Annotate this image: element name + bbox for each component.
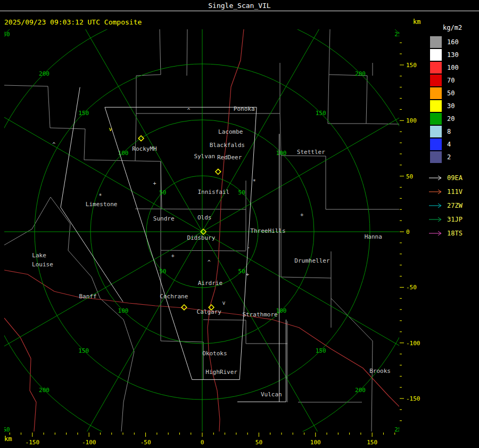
range-ring-label: 50: [159, 189, 166, 196]
colorbar-swatch: [430, 87, 442, 99]
radar-arrow-icon: [428, 230, 444, 237]
map-layers: 5050505010010010010015015015015020020020…: [0, 29, 479, 448]
title-separator: [0, 11, 479, 11]
map-marker: v: [109, 126, 112, 132]
range-radial: [53, 29, 202, 232]
bottom-axis-label: 50: [255, 439, 262, 446]
city-label: HighRiver: [205, 369, 237, 376]
colorbar-unit-label: kg/m2: [443, 24, 479, 31]
colorbar-swatch: [430, 36, 442, 48]
range-ring-label: 50: [159, 268, 166, 275]
colorbar-value: 4: [447, 141, 451, 148]
colorbar-value: 160: [447, 38, 459, 46]
city-label: Brooks: [369, 368, 391, 374]
radar-id-label: 111V: [447, 188, 463, 196]
colorbar-value: 2: [447, 153, 451, 161]
colorbar-value: 8: [447, 128, 451, 135]
range-ring-label: 50: [238, 268, 245, 275]
map-marker: ^: [208, 259, 211, 265]
city-label: Sundre: [153, 215, 175, 222]
radar-legend-item: 18TS: [428, 226, 479, 240]
colorbar-swatch: [430, 139, 442, 150]
bottom-axis-label: -100: [82, 439, 96, 446]
city-label: Vulcan: [261, 391, 282, 398]
radar-id-label: 09EA: [447, 174, 463, 182]
city-label: Limestone: [86, 201, 118, 208]
right-axis-label: 100: [406, 117, 417, 124]
range-ring-label: 200: [39, 387, 49, 394]
city-label: RockyMH: [132, 145, 156, 152]
range-ring-label: 250: [394, 426, 405, 433]
city-label: Okotoks: [202, 350, 227, 357]
map-marker: +: [171, 253, 175, 259]
range-ring-label: 200: [39, 70, 49, 77]
radar-site-marker: [181, 305, 187, 310]
range-ring-label: 100: [118, 307, 129, 314]
county-boundary: [329, 29, 367, 76]
right-axis-label: -150: [406, 395, 420, 402]
county-boundary: [4, 197, 51, 245]
city-label: RedDeer: [217, 154, 242, 161]
colorbar-entry: 8: [426, 125, 479, 138]
colorbar-swatch: [430, 100, 442, 112]
colorbar-entry: 4: [426, 138, 479, 151]
city-label: Lacombe: [218, 128, 243, 135]
county-boundary: [187, 29, 187, 76]
range-ring-label: 200: [355, 70, 366, 77]
colorbar-swatch: [430, 113, 442, 125]
radar-arrow-icon: [428, 202, 444, 209]
colorbar-value: 50: [447, 89, 455, 97]
range-ring-label: 150: [78, 110, 89, 117]
colorbar-entries: 16013010070503020842: [426, 36, 479, 164]
highway-line: [4, 318, 36, 431]
range-ring-label: 200: [355, 387, 366, 394]
colorbar-value: 70: [447, 77, 455, 84]
city-label: Blackfalds: [210, 142, 245, 149]
range-ring-label: 250: [394, 31, 405, 38]
city-label: Cochrane: [160, 293, 188, 300]
city-label: Lake: [32, 252, 46, 259]
bottom-axis-label: 100: [310, 439, 321, 446]
bottom-axis-label: -150: [26, 439, 40, 446]
radar-map[interactable]: 5050505010010010010015015015015020020020…: [0, 29, 479, 448]
range-ring-label: 250: [0, 426, 10, 433]
range-ring-label: 50: [238, 189, 245, 196]
colorbar-entry: 2: [426, 151, 479, 164]
colorbar-value: 20: [447, 115, 455, 123]
city-label: Sylvan: [194, 153, 215, 160]
range-ring: [0, 29, 479, 448]
axes: -150-100-50050100150150100500-50-100-150: [10, 43, 420, 446]
city-label: Drumheller: [294, 257, 330, 264]
map-marker: v: [222, 300, 225, 306]
colorbar-entry: 20: [426, 112, 479, 125]
county-boundary: [136, 29, 161, 113]
county-boundary: [328, 75, 366, 124]
vil-colorbar: kg/m2 16013010070503020842 09EA111V27ZW3…: [426, 24, 479, 240]
highway-line: [4, 270, 399, 406]
city-label: Hanna: [365, 233, 382, 240]
colorbar-swatch: [430, 49, 442, 61]
city-label: Strathmore: [242, 311, 277, 318]
radar-id-label: 31JP: [447, 216, 463, 223]
colorbar-swatch: [430, 75, 442, 86]
colorbar-swatch: [430, 126, 442, 137]
map-marker: *: [253, 178, 256, 184]
right-axis-label: 50: [406, 173, 413, 180]
radar-legend-item: 09EA: [428, 171, 479, 185]
radar-site-marker: [216, 169, 221, 174]
city-label: Olds: [197, 214, 212, 221]
timestamp-label: 2025/09/23 09:03:12 UTC Composite: [4, 18, 142, 26]
county-boundary: [161, 250, 246, 251]
city-label: Calgary: [197, 308, 222, 315]
radar-arrow-icon: [428, 189, 444, 195]
bottom-axis-label: 0: [201, 439, 204, 446]
radar-app-window: { "header": { "title": "Single_Scan_VIL"…: [0, 0, 479, 448]
range-radial: [53, 232, 202, 448]
radar-id-label: 18TS: [447, 230, 463, 237]
window-title: Single_Scan_VIL: [0, 2, 479, 10]
colorbar-swatch: [430, 151, 442, 163]
city-label: ThreeHills: [250, 227, 285, 234]
city-label: Banff: [79, 293, 97, 300]
right-axis-label: 0: [406, 229, 410, 235]
range-ring-label: 250: [0, 31, 10, 38]
